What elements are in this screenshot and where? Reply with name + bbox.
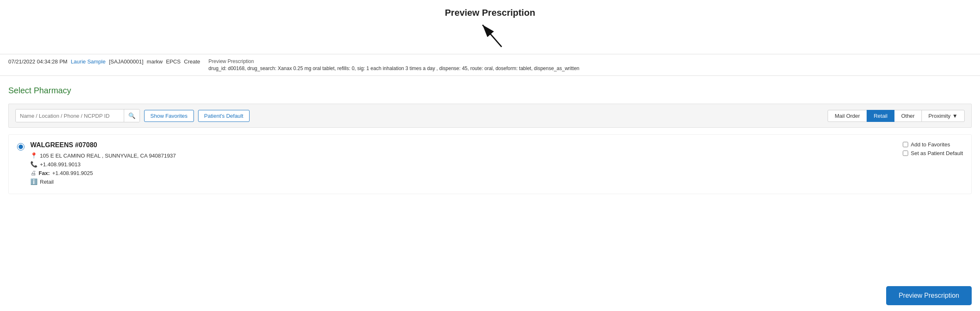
audit-preview-label: Preview Prescription bbox=[208, 58, 579, 64]
filter-proximity[interactable]: Proximity ▼ bbox=[921, 110, 965, 122]
title-area: Preview Prescription bbox=[0, 0, 980, 54]
info-icon: ℹ️ bbox=[30, 178, 37, 185]
patients-default-button[interactable]: Patient's Default bbox=[198, 110, 250, 122]
page-title: Preview Prescription bbox=[0, 7, 980, 18]
select-pharmacy-section: Select Pharmacy 🔍 Show Favorites Patient… bbox=[0, 76, 980, 201]
audit-system: EPCS bbox=[166, 58, 181, 65]
location-icon: 📍 bbox=[30, 152, 37, 159]
search-input[interactable] bbox=[16, 110, 124, 122]
search-bar-area: 🔍 Show Favorites Patient's Default Mail … bbox=[8, 104, 972, 128]
show-favorites-button[interactable]: Show Favorites bbox=[144, 110, 194, 122]
audit-patient-id: [SAJA000001] bbox=[109, 58, 143, 65]
pharmacy-right: Add to Favorites Set as Patient Default bbox=[903, 141, 963, 156]
phone-icon: 📞 bbox=[30, 161, 37, 168]
audit-timestamp: 07/21/2022 04:34:28 PM bbox=[8, 58, 67, 65]
set-as-patient-default-text: Set as Patient Default bbox=[911, 150, 963, 156]
pharmacy-type: Retail bbox=[40, 179, 54, 185]
pharmacy-address: 105 E EL CAMINO REAL , SUNNYVALE, CA 940… bbox=[40, 153, 176, 159]
add-to-favorites-text: Add to Favorites bbox=[911, 141, 950, 148]
preview-prescription-button[interactable]: Preview Prescription bbox=[886, 286, 972, 305]
search-input-wrapper: 🔍 bbox=[15, 109, 140, 122]
fax-icon: 🖨 bbox=[30, 170, 36, 176]
filter-other[interactable]: Other bbox=[894, 110, 922, 122]
pharmacy-name: WALGREENS #07080 bbox=[30, 141, 176, 149]
bottom-bar: Preview Prescription bbox=[878, 280, 980, 311]
pharmacy-address-row: 📍 105 E EL CAMINO REAL , SUNNYVALE, CA 9… bbox=[30, 152, 176, 159]
pharmacy-left: WALGREENS #07080 📍 105 E EL CAMINO REAL … bbox=[17, 141, 176, 187]
search-button[interactable]: 🔍 bbox=[124, 109, 140, 122]
pharmacy-info: WALGREENS #07080 📍 105 E EL CAMINO REAL … bbox=[30, 141, 176, 187]
audit-preview-block: Preview Prescription drug_id: d00168, dr… bbox=[208, 58, 579, 71]
svg-line-1 bbox=[483, 25, 502, 47]
add-to-favorites-checkbox[interactable] bbox=[903, 142, 908, 147]
audit-patient-name: Laurie Sample bbox=[71, 58, 105, 65]
pharmacy-fax-label: Fax: bbox=[39, 170, 50, 176]
search-left: 🔍 Show Favorites Patient's Default bbox=[15, 109, 250, 122]
page-container: Preview Prescription 07/21/2022 04:34:28… bbox=[0, 0, 980, 311]
audit-preview-data: drug_id: d00168, drug_search: Xanax 0.25… bbox=[208, 66, 579, 71]
audit-row: 07/21/2022 04:34:28 PM Laurie Sample [SA… bbox=[0, 54, 980, 76]
arrow-container bbox=[0, 20, 980, 49]
set-as-patient-default-label[interactable]: Set as Patient Default bbox=[903, 150, 963, 156]
chevron-down-icon: ▼ bbox=[952, 113, 958, 119]
pharmacy-type-row: ℹ️ Retail bbox=[30, 178, 176, 185]
pharmacy-radio[interactable] bbox=[17, 143, 24, 151]
audit-user: markw bbox=[147, 58, 162, 65]
pharmacy-fax: +1.408.991.9025 bbox=[52, 170, 93, 176]
set-as-patient-default-checkbox[interactable] bbox=[903, 151, 908, 156]
arrow-icon bbox=[473, 20, 507, 49]
select-pharmacy-title: Select Pharmacy bbox=[8, 86, 972, 95]
pharmacy-phone-row: 📞 +1.408.991.9013 bbox=[30, 161, 176, 168]
filter-buttons: Mail Order Retail Other Proximity ▼ bbox=[828, 110, 965, 122]
pharmacy-phone: +1.408.991.9013 bbox=[40, 161, 81, 168]
add-to-favorites-label[interactable]: Add to Favorites bbox=[903, 141, 950, 148]
pharmacy-fax-row: 🖨 Fax: +1.408.991.9025 bbox=[30, 170, 176, 176]
filter-mail-order[interactable]: Mail Order bbox=[828, 110, 867, 122]
filter-retail[interactable]: Retail bbox=[867, 110, 894, 122]
proximity-label: Proximity bbox=[929, 113, 951, 119]
audit-action: Create bbox=[184, 58, 200, 65]
pharmacy-result: WALGREENS #07080 📍 105 E EL CAMINO REAL … bbox=[8, 134, 972, 194]
